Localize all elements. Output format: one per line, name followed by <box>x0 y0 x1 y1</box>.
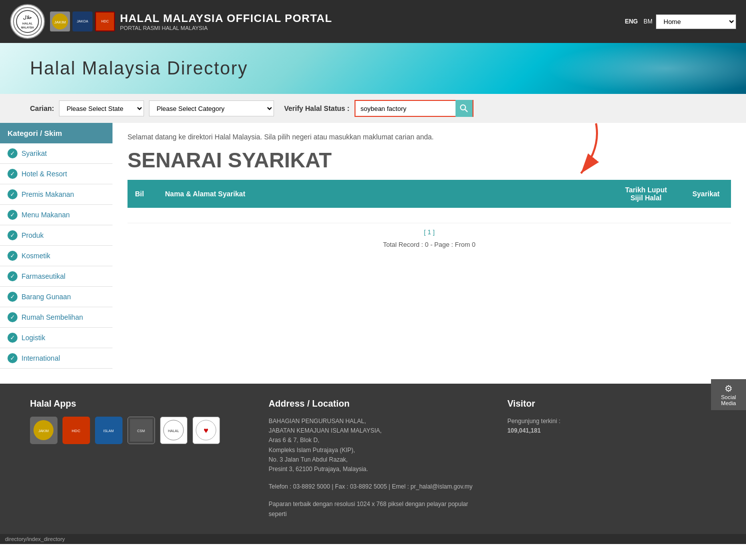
gov-logos: JAKIM JAKOA HDC <box>50 11 115 31</box>
check-icon-syarikat: ✓ <box>8 148 18 158</box>
sidebar-item-international[interactable]: ✓ International <box>0 348 112 369</box>
banner-decoration <box>546 43 746 94</box>
address-title: Address / Location <box>268 399 477 409</box>
sidebar-item-logistik[interactable]: ✓ Logistik <box>0 328 112 348</box>
app-logo-islam[interactable]: ISLAM <box>95 417 122 444</box>
sidebar-item-kosmetik[interactable]: ✓ Kosmetik <box>0 246 112 266</box>
sidebar-label-produk: Produk <box>22 231 44 239</box>
lang-nav: ENG BM Home <box>624 14 736 29</box>
address-line-5: No. 3 Jalan Tun Abdul Razak, <box>268 455 477 465</box>
sidebar-label-rumah: Rumah Sembelihan <box>22 313 83 321</box>
main-content: Kategori / Skim ✓ Syarikat ✓ Hotel & Res… <box>0 123 746 369</box>
sidebar-item-barang[interactable]: ✓ Barang Gunaan <box>0 287 112 307</box>
svg-point-11 <box>460 105 466 110</box>
svg-text:MALAYSIA: MALAYSIA <box>21 26 34 29</box>
check-icon-international: ✓ <box>8 353 18 363</box>
app-logo-halal2[interactable]: HALAL <box>160 417 188 444</box>
lang-links: ENG BM <box>624 18 654 25</box>
app-logo-hdc[interactable]: HDC <box>62 417 90 444</box>
pagination[interactable]: [ 1 ] <box>128 228 731 236</box>
search-button[interactable] <box>456 100 472 117</box>
social-media-button[interactable]: ⚙ Social Media <box>711 379 746 410</box>
check-icon-menu: ✓ <box>8 210 18 220</box>
nav-dropdown[interactable]: Home <box>656 14 736 29</box>
footer: Halal Apps JAKIM HDC <box>0 384 746 534</box>
sidebar-item-menu[interactable]: ✓ Menu Makanan <box>0 205 112 225</box>
annotation-container: SENARAI SYARIKAT <box>128 148 731 172</box>
footer-address: Address / Location BAHAGIAN PENGURUSAN H… <box>268 399 477 519</box>
sidebar-label-kosmetik: Kosmetik <box>22 252 50 260</box>
table-empty-row <box>128 208 731 223</box>
table-header-tarikh: Tarikh Luput Sijil Halal <box>611 180 681 208</box>
address-line-2: JABATAN KEMAJUAN ISLAM MALAYSIA, <box>268 426 477 436</box>
lang-bm[interactable]: BM <box>644 18 652 25</box>
check-icon-hotel: ✓ <box>8 169 18 179</box>
svg-text:JAKIM: JAKIM <box>38 429 49 433</box>
gov-logo-3: HDC <box>95 11 115 31</box>
social-media-label: Social Media <box>716 394 741 406</box>
content-area: Selamat datang ke direktori Halal Malays… <box>112 123 746 369</box>
sidebar-label-hotel: Hotel & Resort <box>22 170 67 178</box>
total-record: Total Record : 0 - Page : From 0 <box>128 241 731 248</box>
svg-text:HALAL: HALAL <box>22 22 33 25</box>
state-select[interactable]: Please Select State <box>59 100 144 116</box>
svg-text:CSM: CSM <box>137 429 145 433</box>
resolution-note: Paparan terbaik dengan resolusi 1024 x 7… <box>268 500 477 519</box>
footer-visitor: Visitor Pengunjung terkini : 109,041,181 <box>508 399 716 519</box>
sidebar-label-syarikat: Syarikat <box>22 149 47 157</box>
sidebar-item-produk[interactable]: ✓ Produk <box>0 225 112 246</box>
portal-title: HALAL MALAYSIA OFFICIAL PORTAL PORTAL RA… <box>120 12 619 31</box>
sidebar-item-farmaseutikal[interactable]: ✓ Farmaseutikal <box>0 266 112 287</box>
sidebar-item-premis[interactable]: ✓ Premis Makanan <box>0 184 112 205</box>
sidebar-label-menu: Menu Makanan <box>22 211 70 219</box>
visitor-title: Visitor <box>508 399 716 409</box>
sidebar-item-hotel[interactable]: ✓ Hotel & Resort <box>0 164 112 184</box>
logo-area: حلال HALAL MALAYSIA JAKIM JAKOA <box>10 4 115 39</box>
check-icon-barang: ✓ <box>8 292 18 302</box>
address-line-6: Presint 3, 62100 Putrajaya, Malaysia. <box>268 465 477 474</box>
portal-subtitle: PORTAL RASMI HALAL MALAYSIA <box>120 25 619 31</box>
check-icon-produk: ✓ <box>8 230 18 240</box>
portal-main-title: HALAL MALAYSIA OFFICIAL PORTAL <box>120 12 619 25</box>
visitor-count: 109,041,181 <box>508 426 716 436</box>
gov-logo-2: JAKOA <box>72 11 92 31</box>
apps-title: Halal Apps <box>30 399 238 409</box>
svg-text:JAKIM: JAKIM <box>54 20 66 24</box>
search-input[interactable] <box>356 102 456 115</box>
sidebar: Kategori / Skim ✓ Syarikat ✓ Hotel & Res… <box>0 123 112 369</box>
search-icon <box>460 104 468 113</box>
svg-text:حلال: حلال <box>23 15 32 20</box>
phone-info: Telefon : 03-8892 5000 | Fax : 03-8892 5… <box>268 482 477 492</box>
svg-point-0 <box>14 7 42 35</box>
check-icon-kosmetik: ✓ <box>8 251 18 261</box>
lang-eng[interactable]: ENG <box>625 18 638 25</box>
top-header: حلال HALAL MALAYSIA JAKIM JAKOA <box>0 0 746 43</box>
table-header-nama: Nama & Alamat Syarikat <box>158 180 611 208</box>
svg-text:HDC: HDC <box>72 429 80 433</box>
app-logo-jakim[interactable]: JAKIM <box>30 417 58 444</box>
app-logo-heart[interactable]: ♥ <box>192 417 220 444</box>
svg-text:JAKOA: JAKOA <box>77 19 88 23</box>
search-bar: Carian: Please Select State Please Selec… <box>0 94 746 123</box>
svg-text:ISLAM: ISLAM <box>103 429 114 433</box>
search-label: Carian: <box>30 104 54 112</box>
banner: Halal Malaysia Directory <box>0 43 746 94</box>
svg-text:♥: ♥ <box>204 426 208 435</box>
category-select[interactable]: Please Select Category <box>149 100 274 116</box>
page-url: directory/index_directory <box>5 536 65 542</box>
check-icon-rumah: ✓ <box>8 312 18 322</box>
sidebar-item-syarikat[interactable]: ✓ Syarikat <box>0 143 112 164</box>
sidebar-item-rumah[interactable]: ✓ Rumah Sembelihan <box>0 307 112 328</box>
app-logo-csm[interactable]: CSM <box>128 417 155 444</box>
visitor-label: Pengunjung terkini : <box>508 417 716 426</box>
table-header-syarikat: Syarikat <box>681 180 731 208</box>
gear-icon: ⚙ <box>716 383 741 394</box>
svg-text:HALAL: HALAL <box>168 429 179 433</box>
check-icon-premis: ✓ <box>8 189 18 199</box>
sidebar-label-international: International <box>22 354 60 362</box>
sidebar-header: Kategori / Skim <box>0 123 112 143</box>
halal-logo: حلال HALAL MALAYSIA <box>10 4 45 39</box>
sidebar-label-barang: Barang Gunaan <box>22 293 71 301</box>
verify-label: Verify Halal Status : <box>284 104 350 112</box>
footer-inner: Halal Apps JAKIM HDC <box>30 399 716 519</box>
